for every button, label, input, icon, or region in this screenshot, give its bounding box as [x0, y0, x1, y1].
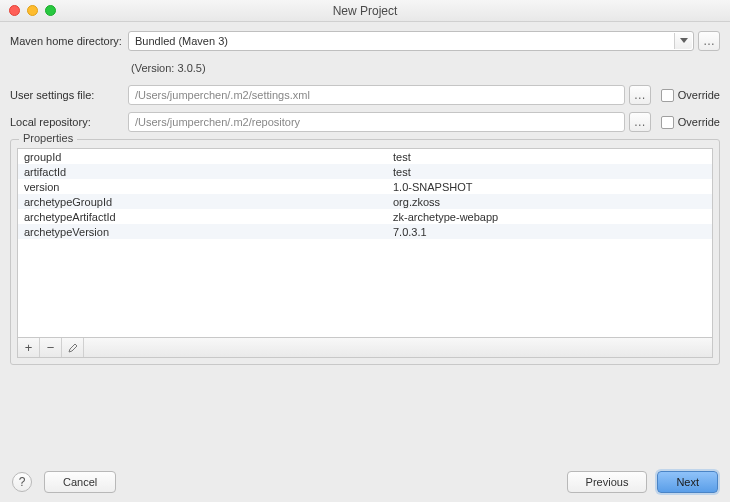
minus-icon: −	[47, 340, 55, 355]
maven-home-combo[interactable]: Bundled (Maven 3)	[128, 31, 694, 51]
properties-table[interactable]: groupIdtestartifactIdtestversion1.0-SNAP…	[17, 148, 713, 338]
property-value: 7.0.3.1	[393, 226, 712, 238]
property-row[interactable]: version1.0-SNAPSHOT	[18, 179, 712, 194]
maven-home-browse-button[interactable]: …	[698, 31, 720, 51]
maven-home-value: Bundled (Maven 3)	[135, 35, 228, 47]
ellipsis-icon: …	[703, 34, 715, 48]
local-repo-input[interactable]: /Users/jumperchen/.m2/repository	[128, 112, 625, 132]
next-button[interactable]: Next	[657, 471, 718, 493]
override-label: Override	[678, 116, 720, 128]
chevron-down-icon	[674, 33, 692, 49]
ellipsis-icon: …	[634, 115, 646, 129]
property-key: artifactId	[18, 166, 393, 178]
property-value: test	[393, 151, 712, 163]
property-key: archetypeArtifactId	[18, 211, 393, 223]
property-value: test	[393, 166, 712, 178]
maven-version-note: (Version: 3.0.5)	[128, 62, 206, 74]
local-repo-override-checkbox[interactable]	[661, 116, 674, 129]
properties-group: Properties groupIdtestartifactIdtestvers…	[10, 139, 720, 365]
user-settings-label: User settings file:	[10, 89, 128, 101]
window-close-button[interactable]	[9, 5, 20, 16]
window-minimize-button[interactable]	[27, 5, 38, 16]
help-button[interactable]: ?	[12, 472, 32, 492]
properties-title: Properties	[19, 132, 77, 144]
override-label: Override	[678, 89, 720, 101]
ellipsis-icon: …	[634, 88, 646, 102]
titlebar: New Project	[0, 0, 730, 22]
property-key: archetypeGroupId	[18, 196, 393, 208]
property-row[interactable]: archetypeGroupIdorg.zkoss	[18, 194, 712, 209]
user-settings-browse-button[interactable]: …	[629, 85, 651, 105]
property-row[interactable]: groupIdtest	[18, 149, 712, 164]
plus-icon: +	[25, 340, 33, 355]
property-value: zk-archetype-webapp	[393, 211, 712, 223]
add-property-button[interactable]: +	[18, 338, 40, 357]
user-settings-override-checkbox[interactable]	[661, 89, 674, 102]
property-row[interactable]: artifactIdtest	[18, 164, 712, 179]
local-repo-label: Local repository:	[10, 116, 128, 128]
previous-button[interactable]: Previous	[567, 471, 648, 493]
maven-home-label: Maven home directory:	[10, 35, 128, 47]
remove-property-button[interactable]: −	[40, 338, 62, 357]
footer: ? Cancel Previous Next	[0, 462, 730, 502]
cancel-button[interactable]: Cancel	[44, 471, 116, 493]
pencil-icon	[68, 343, 78, 353]
window-title: New Project	[0, 4, 730, 18]
property-value: 1.0-SNAPSHOT	[393, 181, 712, 193]
property-row[interactable]: archetypeVersion7.0.3.1	[18, 224, 712, 239]
window-zoom-button[interactable]	[45, 5, 56, 16]
property-value: org.zkoss	[393, 196, 712, 208]
property-key: archetypeVersion	[18, 226, 393, 238]
property-key: version	[18, 181, 393, 193]
property-row[interactable]: archetypeArtifactIdzk-archetype-webapp	[18, 209, 712, 224]
edit-property-button[interactable]	[62, 338, 84, 357]
local-repo-browse-button[interactable]: …	[629, 112, 651, 132]
property-key: groupId	[18, 151, 393, 163]
user-settings-input[interactable]: /Users/jumperchen/.m2/settings.xml	[128, 85, 625, 105]
